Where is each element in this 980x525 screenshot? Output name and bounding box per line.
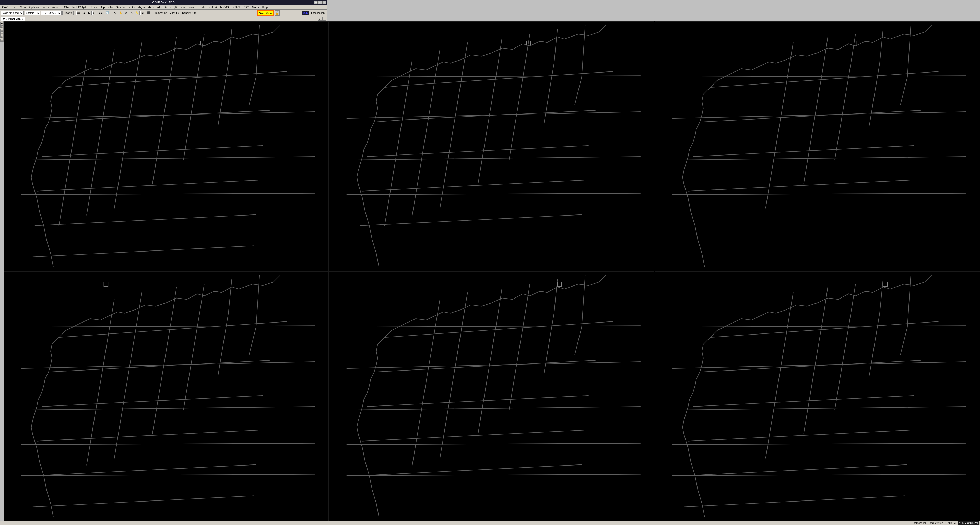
menu-kokx[interactable]: kokx: [127, 5, 137, 9]
toolbar: Valid time seq State(s) 0-30 kft AGL Cle…: [0, 10, 327, 16]
last-frame-button[interactable]: ⏭: [92, 11, 97, 15]
menu-roc[interactable]: ROC: [241, 5, 250, 9]
menu-obs[interactable]: Obs: [62, 5, 71, 9]
next-frame-button[interactable]: ▶: [87, 11, 92, 15]
menu-mrms[interactable]: MRMS: [219, 5, 231, 9]
menu-bar: CAVE File View Options Tools Volume Obs …: [0, 5, 327, 10]
toolbar-separator-3: [152, 11, 153, 15]
tab-bar: 🗺 6 Panel Map × 🗗 ─: [0, 16, 327, 21]
menu-tewr[interactable]: tewr: [179, 5, 188, 9]
side-tool-2[interactable]: □: [0, 25, 3, 29]
menu-options[interactable]: Options: [28, 5, 41, 9]
menu-kdix[interactable]: kdix: [155, 5, 164, 9]
mag-label: Mag: 1.0: [169, 11, 179, 14]
panel-map-tab[interactable]: 🗺 6 Panel Map ×: [0, 17, 25, 21]
zoom-in-button[interactable]: ⊕: [124, 11, 129, 15]
clear-label: Clear: [64, 11, 70, 14]
side-tool-5[interactable]: □: [0, 35, 3, 38]
side-tool-3[interactable]: □: [0, 29, 3, 32]
d2d-button[interactable]: D2D: [302, 11, 309, 15]
loop-button[interactable]: 🔄: [105, 11, 110, 15]
menu-file[interactable]: File: [11, 5, 19, 9]
lock-button[interactable]: 🔒: [275, 11, 280, 16]
window-controls: ─ □ ✕: [314, 0, 326, 4]
menu-kbgm[interactable]: kbgm: [137, 5, 146, 9]
menu-ncep-hydro[interactable]: NCEP/Hydro: [71, 5, 90, 9]
tab-minimize-button[interactable]: ─: [322, 17, 326, 21]
side-toolbar: ▶ □ □ □ □ □: [0, 21, 3, 42]
density-label: Density: 1.0: [182, 11, 196, 14]
menu-volume[interactable]: Volume: [50, 5, 62, 9]
tab-restore-button[interactable]: 🗗: [318, 17, 322, 21]
select-tool-button[interactable]: ↖: [113, 11, 117, 15]
main-map-area: [3, 21, 327, 196]
minimize-button[interactable]: ─: [314, 0, 318, 4]
panel-layout-2-button[interactable]: ⬛: [146, 11, 151, 15]
clear-button[interactable]: Clear ▼: [62, 11, 73, 15]
tab-map-icon: 🗺: [3, 18, 5, 20]
side-tool-4[interactable]: □: [0, 32, 3, 35]
side-tool-6[interactable]: □: [0, 38, 3, 41]
menu-radar[interactable]: Radar: [197, 5, 208, 9]
menu-local[interactable]: Local: [90, 5, 100, 9]
side-tool-1[interactable]: ▶: [0, 22, 3, 25]
tab-label: 6 Panel Map: [6, 18, 21, 21]
toolbar-separator-4: [168, 11, 168, 15]
play-button[interactable]: ▶▶: [98, 11, 104, 15]
prev-frame-button[interactable]: ◀: [82, 11, 86, 15]
menu-casa[interactable]: CASA: [208, 5, 219, 9]
menu-cave[interactable]: CAVE: [0, 5, 11, 9]
toolbar-separator-2: [111, 11, 111, 15]
menu-tjfk[interactable]: tjfk: [172, 5, 179, 9]
tab-right-controls: 🗗 ─: [318, 17, 326, 21]
altitude-select[interactable]: 0-30 kft AGL: [41, 11, 62, 15]
menu-upper-air[interactable]: Upper Air: [100, 5, 115, 9]
title-bar: CAVE:OKX - D2D ─ □ ✕: [0, 0, 327, 5]
menu-kbox[interactable]: kbox: [146, 5, 155, 9]
menu-maps[interactable]: Maps: [251, 5, 261, 9]
measure-button[interactable]: 📏: [135, 11, 140, 15]
map-panel-1[interactable]: [3, 21, 327, 196]
menu-satellite[interactable]: Satellite: [115, 5, 127, 9]
menu-caset[interactable]: caset: [188, 5, 197, 9]
warngen-button[interactable]: WarnGen: [258, 11, 274, 16]
menu-view[interactable]: View: [19, 5, 28, 9]
window-title: CAVE:OKX - D2D: [152, 1, 175, 4]
maximize-button[interactable]: □: [318, 0, 322, 4]
localization-button[interactable]: Localization: [310, 11, 326, 15]
menu-help[interactable]: Help: [261, 5, 269, 9]
close-button[interactable]: ✕: [322, 0, 326, 4]
frames-label: Frames: 12: [154, 11, 167, 14]
clear-dropdown-icon[interactable]: ▼: [70, 12, 72, 14]
menu-scan[interactable]: SCAN: [231, 5, 241, 9]
layer-select[interactable]: State(s): [24, 11, 40, 15]
pan-tool-button[interactable]: ✋: [118, 11, 123, 15]
menu-kenx[interactable]: kenx: [164, 5, 172, 9]
zoom-out-button[interactable]: ⊖: [129, 11, 134, 15]
first-frame-button[interactable]: ⏮: [76, 11, 81, 15]
time-mode-select[interactable]: Valid time seq: [1, 11, 24, 15]
menu-tools[interactable]: Tools: [40, 5, 50, 9]
tab-close-button[interactable]: ×: [22, 18, 23, 21]
panel-layout-1-button[interactable]: ▣: [140, 11, 145, 15]
